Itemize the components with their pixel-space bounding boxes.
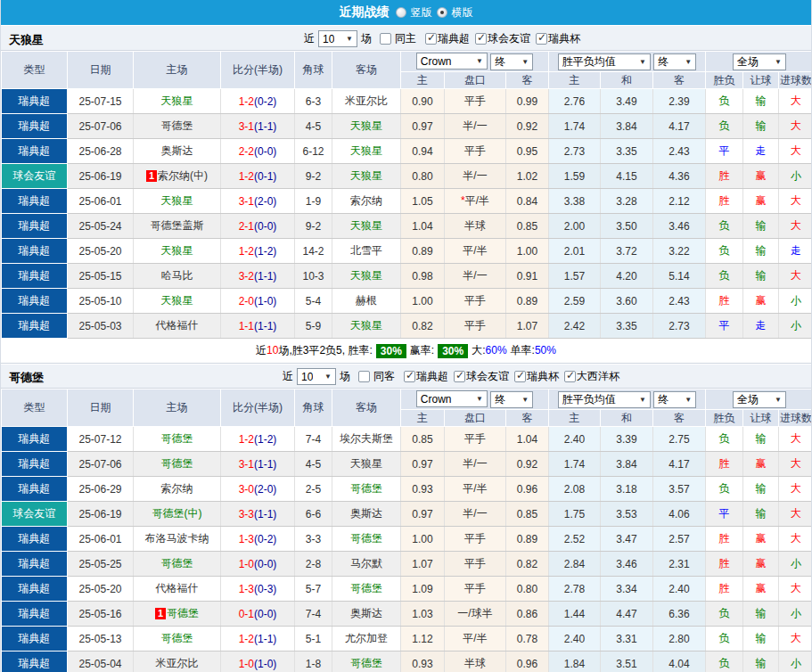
home-team-cell[interactable]: 天狼星 bbox=[134, 189, 221, 214]
score-cell[interactable]: 1-3(0-3) bbox=[221, 577, 295, 602]
score-cell[interactable]: 3-1(1-1) bbox=[221, 114, 295, 139]
home-team-cell[interactable]: 天狼星 bbox=[134, 289, 221, 314]
home-team-cell[interactable]: 布洛马波卡纳 bbox=[134, 527, 221, 552]
scope-select[interactable]: 全场 bbox=[733, 391, 786, 408]
league-type-cell[interactable]: 瑞典超 bbox=[2, 427, 68, 452]
away-team-cell[interactable]: 天狼星 bbox=[332, 452, 401, 477]
league-type-cell[interactable]: 瑞典超 bbox=[2, 89, 68, 114]
league-type-cell[interactable]: 瑞典超 bbox=[2, 114, 68, 139]
league-checkbox[interactable] bbox=[404, 371, 415, 382]
home-team-cell[interactable]: 米亚尔比 bbox=[134, 652, 221, 672]
score-cell[interactable]: 3-0(2-0) bbox=[221, 477, 295, 502]
score-cell[interactable]: 1-2(1-2) bbox=[221, 427, 295, 452]
away-team-cell[interactable]: 天狼星 bbox=[332, 214, 401, 239]
bookmaker-select[interactable]: Crown bbox=[416, 390, 488, 407]
score-cell[interactable]: 1-2(0-1) bbox=[221, 164, 295, 189]
home-team-cell[interactable]: 哥德堡 bbox=[134, 452, 221, 477]
home-team-cell[interactable]: 哥德堡(中) bbox=[134, 502, 221, 527]
score-cell[interactable]: 1-3(0-2) bbox=[221, 527, 295, 552]
league-type-cell[interactable]: 瑞典超 bbox=[2, 452, 68, 477]
score-cell[interactable]: 1-2(0-2) bbox=[221, 89, 295, 114]
home-team-cell[interactable]: 1哥德堡 bbox=[134, 602, 221, 627]
score-cell[interactable]: 1-1(1-1) bbox=[221, 314, 295, 339]
away-team-cell[interactable]: 天狼星 bbox=[332, 314, 401, 339]
league-type-cell[interactable]: 瑞典超 bbox=[2, 527, 68, 552]
home-team-cell[interactable]: 哥德堡 bbox=[134, 427, 221, 452]
league-checkbox[interactable] bbox=[536, 33, 547, 45]
same-venue-checkbox[interactable] bbox=[358, 371, 370, 382]
away-team-cell[interactable]: 天狼星 bbox=[332, 139, 401, 164]
away-team-cell[interactable]: 天狼星 bbox=[332, 164, 401, 189]
away-team-cell[interactable]: 哥德堡 bbox=[332, 477, 401, 502]
league-checkbox[interactable] bbox=[514, 371, 526, 382]
away-team-cell[interactable]: 米亚尔比 bbox=[332, 89, 401, 114]
avg-odds-select[interactable]: 胜平负均值 bbox=[558, 53, 651, 70]
league-type-cell[interactable]: 瑞典超 bbox=[2, 602, 68, 627]
away-team-cell[interactable]: 奥斯达 bbox=[332, 602, 401, 627]
league-checkbox[interactable] bbox=[425, 33, 437, 45]
match-count-select[interactable]: 10 bbox=[318, 30, 357, 47]
away-team-cell[interactable]: 赫根 bbox=[332, 289, 401, 314]
score-cell[interactable]: 3-1(2-0) bbox=[221, 189, 295, 214]
league-type-cell[interactable]: 瑞典超 bbox=[2, 239, 68, 264]
match-count-select[interactable]: 10 bbox=[297, 368, 336, 385]
score-cell[interactable]: 0-1(0-0) bbox=[221, 602, 295, 627]
league-type-cell[interactable]: 球会友谊 bbox=[2, 164, 68, 189]
away-team-cell[interactable]: 埃尔夫斯堡 bbox=[332, 427, 401, 452]
avg-odds-select[interactable]: 胜平负均值 bbox=[558, 391, 651, 408]
radio-horizontal-layout[interactable] bbox=[437, 7, 447, 18]
scope-select[interactable]: 全场 bbox=[733, 53, 786, 70]
score-cell[interactable]: 3-1(1-1) bbox=[221, 452, 295, 477]
league-type-cell[interactable]: 瑞典超 bbox=[2, 314, 68, 339]
away-team-cell[interactable]: 奥斯达 bbox=[332, 502, 401, 527]
score-cell[interactable]: 1-0(0-0) bbox=[221, 552, 295, 577]
score-cell[interactable]: 3-3(1-1) bbox=[221, 502, 295, 527]
league-type-cell[interactable]: 瑞典超 bbox=[2, 577, 68, 602]
league-checkbox[interactable] bbox=[475, 33, 487, 45]
radio-horizontal-label[interactable]: 横版 bbox=[452, 5, 473, 20]
final-odds-select[interactable]: 终 bbox=[490, 391, 533, 408]
league-checkbox[interactable] bbox=[454, 371, 465, 382]
league-type-cell[interactable]: 瑞典超 bbox=[2, 627, 68, 652]
home-team-cell[interactable]: 索尔纳 bbox=[134, 477, 221, 502]
away-team-cell[interactable]: 索尔纳 bbox=[332, 189, 401, 214]
home-team-cell[interactable]: 哈马比 bbox=[134, 264, 221, 289]
league-type-cell[interactable]: 瑞典超 bbox=[2, 264, 68, 289]
league-type-cell[interactable]: 瑞典超 bbox=[2, 477, 68, 502]
same-venue-checkbox[interactable] bbox=[380, 33, 391, 45]
league-type-cell[interactable]: 瑞典超 bbox=[2, 552, 68, 577]
score-cell[interactable]: 3-2(1-1) bbox=[221, 264, 295, 289]
home-team-cell[interactable]: 哥德堡 bbox=[134, 552, 221, 577]
score-cell[interactable]: 2-1(0-0) bbox=[221, 214, 295, 239]
home-team-cell[interactable]: 奥斯达 bbox=[134, 139, 221, 164]
home-team-cell[interactable]: 天狼星 bbox=[134, 89, 221, 114]
league-type-cell[interactable]: 球会友谊 bbox=[2, 502, 68, 527]
final-odds-select[interactable]: 终 bbox=[490, 53, 533, 70]
radio-vertical-label[interactable]: 竖版 bbox=[411, 5, 432, 20]
score-cell[interactable]: 1-0(1-0) bbox=[221, 652, 295, 672]
away-team-cell[interactable]: 哥德堡 bbox=[332, 527, 401, 552]
bookmaker-select[interactable]: Crown bbox=[416, 53, 488, 70]
league-type-cell[interactable]: 瑞典超 bbox=[2, 289, 68, 314]
home-team-cell[interactable]: 代格福什 bbox=[134, 314, 221, 339]
away-team-cell[interactable]: 马尔默 bbox=[332, 552, 401, 577]
score-cell[interactable]: 1-2(1-1) bbox=[221, 627, 295, 652]
home-team-cell[interactable]: 代格福什 bbox=[134, 577, 221, 602]
league-type-cell[interactable]: 瑞典超 bbox=[2, 139, 68, 164]
home-team-cell[interactable]: 哥德堡 bbox=[134, 627, 221, 652]
score-cell[interactable]: 2-0(1-0) bbox=[221, 289, 295, 314]
score-cell[interactable]: 2-2(0-0) bbox=[221, 139, 295, 164]
league-type-cell[interactable]: 瑞典超 bbox=[2, 652, 68, 672]
league-checkbox[interactable] bbox=[564, 371, 576, 382]
home-team-cell[interactable]: 1索尔纳(中) bbox=[134, 164, 221, 189]
away-team-cell[interactable]: 哥德堡 bbox=[332, 652, 401, 672]
final-avg-select[interactable]: 终 bbox=[653, 53, 696, 70]
home-team-cell[interactable]: 哥德堡盖斯 bbox=[134, 214, 221, 239]
away-team-cell[interactable]: 天狼星 bbox=[332, 264, 401, 289]
away-team-cell[interactable]: 北雪平 bbox=[332, 239, 401, 264]
league-type-cell[interactable]: 瑞典超 bbox=[2, 189, 68, 214]
home-team-cell[interactable]: 天狼星 bbox=[134, 239, 221, 264]
away-team-cell[interactable]: 哥德堡 bbox=[332, 577, 401, 602]
away-team-cell[interactable]: 天狼星 bbox=[332, 114, 401, 139]
away-team-cell[interactable]: 尤尔加登 bbox=[332, 627, 401, 652]
